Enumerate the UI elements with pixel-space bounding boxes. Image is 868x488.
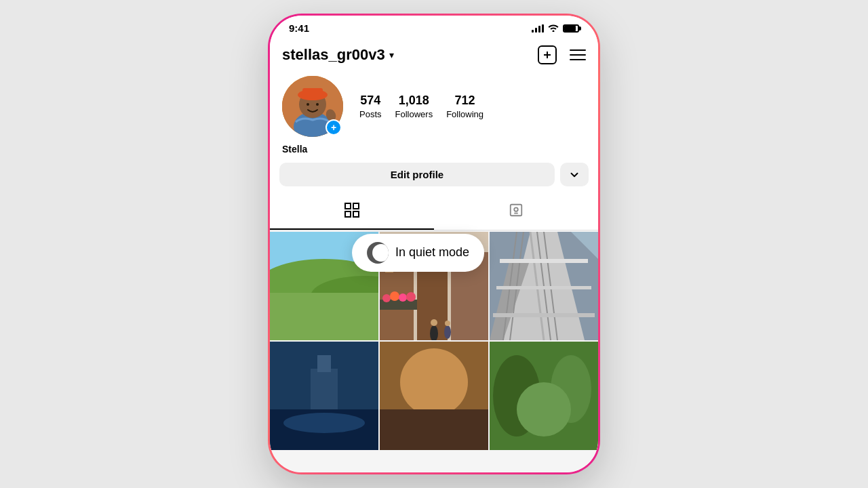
status-time: 9:41 (289, 22, 309, 34)
svg-rect-14 (511, 205, 522, 216)
profile-section: + 574 Posts 1,018 Followers (270, 70, 598, 450)
svg-point-8 (316, 103, 319, 106)
svg-rect-56 (380, 409, 488, 450)
svg-rect-46 (500, 259, 588, 263)
svg-point-30 (390, 291, 399, 301)
new-post-button[interactable] (537, 45, 557, 65)
svg-point-34 (431, 319, 437, 326)
svg-rect-11 (353, 203, 359, 209)
photo-row2 (490, 342, 598, 450)
tagged-icon (509, 203, 524, 222)
moon-icon (367, 242, 389, 264)
profile-top: + 574 Posts 1,018 Followers (282, 76, 586, 137)
username-text: stellas_gr00v3 (282, 46, 385, 64)
tab-grid[interactable] (270, 195, 434, 230)
chevron-down-icon[interactable]: ▾ (389, 49, 394, 60)
svg-rect-53 (317, 355, 331, 372)
tab-bar (270, 195, 598, 230)
username-row[interactable]: stellas_gr00v3 ▾ (282, 46, 394, 64)
photo-cell[interactable] (490, 232, 598, 340)
wifi-icon (548, 23, 559, 34)
quiet-mode-text: In quiet mode (395, 245, 469, 260)
share-profile-button[interactable] (560, 163, 589, 186)
svg-point-32 (406, 292, 416, 302)
following-stat[interactable]: 712 Following (446, 94, 484, 119)
svg-point-7 (307, 103, 309, 106)
svg-rect-52 (311, 369, 338, 409)
phone-frame: 9:41 (268, 14, 600, 474)
following-label: Following (446, 109, 484, 119)
photo-cell[interactable] (270, 342, 378, 450)
menu-button[interactable] (570, 49, 586, 60)
svg-point-29 (382, 294, 391, 302)
photo-row2 (270, 342, 378, 450)
header-actions (537, 45, 586, 65)
app-header: stellas_gr00v3 ▾ (270, 38, 598, 70)
following-count: 712 (455, 94, 475, 108)
followers-stat[interactable]: 1,018 Followers (395, 94, 433, 119)
avatar-wrap: + (282, 76, 343, 137)
status-bar: 9:41 (270, 16, 598, 38)
action-buttons: Edit profile (270, 163, 598, 195)
svg-point-60 (517, 382, 571, 436)
svg-rect-12 (345, 211, 351, 217)
svg-rect-10 (345, 203, 351, 209)
svg-rect-6 (302, 88, 323, 96)
photo-row2 (380, 342, 488, 450)
tab-tagged[interactable] (434, 195, 598, 230)
grid-icon (344, 203, 359, 222)
followers-label: Followers (395, 109, 433, 119)
battery-icon (563, 24, 579, 33)
status-icons (532, 23, 579, 34)
followers-count: 1,018 (399, 94, 429, 108)
photo-cell[interactable] (490, 342, 598, 450)
svg-point-36 (445, 321, 450, 326)
posts-count: 574 (360, 94, 380, 108)
svg-rect-13 (353, 211, 359, 217)
svg-point-51 (283, 413, 365, 433)
svg-rect-48 (493, 313, 595, 317)
signal-icon (532, 24, 544, 33)
posts-label: Posts (359, 109, 382, 119)
photo-building (490, 232, 598, 340)
photo-cell[interactable] (380, 342, 488, 450)
add-story-button[interactable]: + (326, 119, 342, 136)
svg-rect-47 (496, 286, 591, 289)
svg-point-35 (444, 325, 451, 339)
stats-row: 574 Posts 1,018 Followers 712 Following (359, 94, 586, 119)
svg-point-55 (400, 348, 468, 416)
edit-profile-button[interactable]: Edit profile (279, 163, 555, 186)
posts-stat[interactable]: 574 Posts (359, 94, 382, 119)
svg-rect-20 (270, 293, 378, 340)
profile-name: Stella (282, 144, 586, 155)
svg-point-31 (399, 293, 407, 302)
svg-point-15 (514, 207, 518, 211)
quiet-mode-banner[interactable]: In quiet mode (352, 234, 484, 272)
